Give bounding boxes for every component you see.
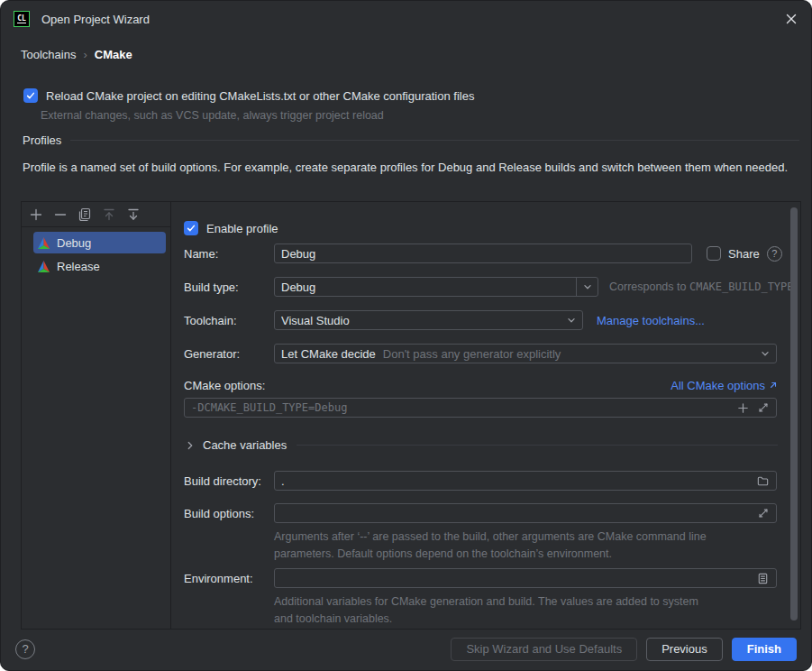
name-label: Name: xyxy=(184,247,218,261)
finish-button[interactable]: Finish xyxy=(732,638,797,661)
share-checkbox[interactable] xyxy=(707,246,721,261)
help-button[interactable]: ? xyxy=(15,639,35,659)
all-cmake-options-link[interactable]: All CMake options xyxy=(671,379,765,392)
share-label: Share xyxy=(728,247,760,261)
profile-item-label: Debug xyxy=(57,236,91,250)
build-directory-input[interactable]: . xyxy=(274,471,777,491)
checkmark-icon xyxy=(25,90,36,101)
clion-logo-text: CL xyxy=(17,14,26,23)
name-row: Name: Debug Share ? xyxy=(171,244,800,263)
generator-dropdown[interactable]: Let CMake decide Don't pass any generato… xyxy=(274,344,777,363)
chevron-down-icon xyxy=(759,347,771,360)
build-type-hint: Corresponds to CMAKE_BUILD_TYPE xyxy=(609,280,794,293)
build-type-dropdown[interactable]: Debug xyxy=(274,277,598,297)
environment-label: Environment: xyxy=(184,572,253,585)
manage-toolchains-link[interactable]: Manage toolchains... xyxy=(597,314,705,327)
previous-button[interactable]: Previous xyxy=(646,638,723,661)
skip-wizard-button[interactable]: Skip Wizard and Use Defaults xyxy=(451,638,637,661)
move-down-icon xyxy=(126,207,141,222)
build-options-label: Build options: xyxy=(184,507,254,520)
folder-icon[interactable] xyxy=(756,474,770,488)
clion-logo-icon: CL xyxy=(14,11,30,27)
toolchain-dropdown[interactable]: Visual Studio xyxy=(274,310,583,330)
expand-icon[interactable] xyxy=(757,507,770,519)
cmake-options-input[interactable]: -DCMAKE_BUILD_TYPE=Debug xyxy=(184,398,777,418)
cmake-icon xyxy=(37,236,50,250)
plus-icon xyxy=(29,207,43,222)
share-help-icon[interactable]: ? xyxy=(767,246,782,262)
move-up-icon xyxy=(102,207,116,222)
build-type-row: Build type: Debug Corresponds to CMAKE_B… xyxy=(171,277,800,297)
profile-list-item-debug[interactable]: Debug xyxy=(33,232,166,253)
expand-icon[interactable] xyxy=(757,401,770,414)
copy-icon xyxy=(78,207,92,222)
cache-variables-rule xyxy=(297,445,778,446)
profile-item-label: Release xyxy=(57,260,100,273)
variables-list-icon[interactable] xyxy=(756,572,770,585)
build-directory-label: Build directory: xyxy=(184,474,261,488)
profile-list-item-release[interactable]: Release xyxy=(33,255,166,277)
add-option-icon[interactable] xyxy=(736,401,750,415)
move-up-button[interactable] xyxy=(102,207,116,222)
cache-variables-row[interactable]: Cache variables xyxy=(184,438,778,452)
breadcrumb-toolchains[interactable]: Toolchains xyxy=(21,48,76,61)
build-type-label: Build type: xyxy=(184,280,239,294)
profiles-description: Profile is a named set of build options.… xyxy=(23,159,794,176)
breadcrumb: Toolchains › CMake xyxy=(21,48,132,61)
profile-list-toolbar xyxy=(22,202,170,227)
generator-placeholder: Don't pass any generator explicitly xyxy=(383,347,754,361)
titlebar: CL Open Project Wizard xyxy=(1,1,811,37)
enable-profile-checkbox[interactable] xyxy=(184,221,198,235)
build-options-input[interactable] xyxy=(274,503,777,523)
cmake-options-label: CMake options: xyxy=(184,379,265,392)
profiles-section-title: Profiles xyxy=(23,133,61,147)
cmake-options-value: -DCMAKE_BUILD_TYPE=Debug xyxy=(191,401,731,414)
add-profile-button[interactable] xyxy=(29,207,43,222)
cache-variables-label: Cache variables xyxy=(203,438,287,452)
cmake-options-field-row: -DCMAKE_BUILD_TYPE=Debug xyxy=(171,398,800,418)
cmake-icon xyxy=(37,260,50,273)
build-directory-row: Build directory: . xyxy=(171,471,800,491)
environment-row: Environment: xyxy=(171,568,800,588)
profiles-panel: Debug Release Enable profile Name: xyxy=(21,201,801,630)
build-options-description: Arguments after ‘--’ are passed to the b… xyxy=(274,529,712,563)
close-button[interactable] xyxy=(781,9,801,29)
environment-description: Additional variables for CMake generatio… xyxy=(274,593,712,628)
window-title: Open Project Wizard xyxy=(41,13,150,26)
footer: ? Skip Wizard and Use Defaults Previous … xyxy=(1,628,811,670)
generator-arrow[interactable] xyxy=(754,345,776,363)
vertical-scrollbar[interactable] xyxy=(790,207,798,620)
generator-label: Generator: xyxy=(184,347,240,361)
profile-form: Enable profile Name: Debug Share ? Build… xyxy=(171,202,800,629)
enable-profile-label: Enable profile xyxy=(206,222,278,235)
name-value: Debug xyxy=(281,247,685,261)
build-type-arrow[interactable] xyxy=(576,278,598,296)
move-down-button[interactable] xyxy=(126,207,141,222)
copy-profile-button[interactable] xyxy=(78,207,92,222)
environment-input[interactable] xyxy=(274,568,777,588)
reload-cmake-hint: External changes, such as VCS update, al… xyxy=(41,109,384,122)
external-link-icon[interactable] xyxy=(769,381,778,390)
build-directory-value: . xyxy=(281,474,751,488)
reload-cmake-label: Reload CMake project on editing CMakeLis… xyxy=(46,89,474,103)
reload-cmake-checkbox-row[interactable]: Reload CMake project on editing CMakeLis… xyxy=(23,88,474,103)
toolchain-arrow[interactable] xyxy=(561,311,582,329)
reload-cmake-checkbox[interactable] xyxy=(23,88,38,103)
name-input[interactable]: Debug xyxy=(274,244,692,263)
remove-profile-button[interactable] xyxy=(53,207,68,222)
toolchain-value: Visual Studio xyxy=(281,314,561,327)
generator-value: Let CMake decide xyxy=(281,347,376,361)
generator-row: Generator: Let CMake decide Don't pass a… xyxy=(171,344,800,363)
chevron-down-icon xyxy=(581,280,594,293)
breadcrumb-cmake: CMake xyxy=(95,48,132,61)
profile-list: Debug Release xyxy=(22,227,170,279)
open-project-wizard-dialog: CL Open Project Wizard Toolchains › CMak… xyxy=(0,0,812,671)
chevron-right-icon xyxy=(184,439,196,452)
toolchain-label: Toolchain: xyxy=(184,314,237,327)
enable-profile-row: Enable profile xyxy=(171,218,800,238)
toolchain-row: Toolchain: Visual Studio Manage toolchai… xyxy=(171,310,800,330)
profile-list-pane: Debug Release xyxy=(22,202,171,629)
chevron-down-icon xyxy=(565,314,578,326)
build-options-row: Build options: xyxy=(171,503,800,523)
profiles-section-rule xyxy=(70,140,799,141)
